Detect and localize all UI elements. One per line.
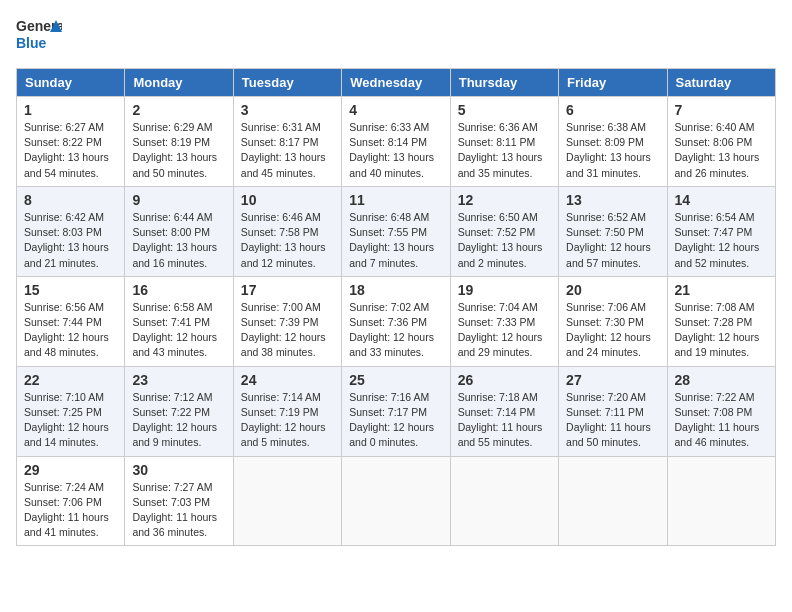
day-info: Sunrise: 7:12 AM Sunset: 7:22 PM Dayligh…	[132, 390, 225, 451]
calendar-table: SundayMondayTuesdayWednesdayThursdayFrid…	[16, 68, 776, 546]
calendar-day-cell: 24Sunrise: 7:14 AM Sunset: 7:19 PM Dayli…	[233, 366, 341, 456]
day-info: Sunrise: 6:31 AM Sunset: 8:17 PM Dayligh…	[241, 120, 334, 181]
calendar-header-row: SundayMondayTuesdayWednesdayThursdayFrid…	[17, 69, 776, 97]
day-info: Sunrise: 7:00 AM Sunset: 7:39 PM Dayligh…	[241, 300, 334, 361]
day-info: Sunrise: 7:16 AM Sunset: 7:17 PM Dayligh…	[349, 390, 442, 451]
calendar-header-saturday: Saturday	[667, 69, 775, 97]
day-info: Sunrise: 7:14 AM Sunset: 7:19 PM Dayligh…	[241, 390, 334, 451]
calendar-header-thursday: Thursday	[450, 69, 558, 97]
calendar-day-cell: 26Sunrise: 7:18 AM Sunset: 7:14 PM Dayli…	[450, 366, 558, 456]
day-info: Sunrise: 6:27 AM Sunset: 8:22 PM Dayligh…	[24, 120, 117, 181]
calendar-day-cell: 22Sunrise: 7:10 AM Sunset: 7:25 PM Dayli…	[17, 366, 125, 456]
day-number: 21	[675, 282, 768, 298]
calendar-day-cell: 28Sunrise: 7:22 AM Sunset: 7:08 PM Dayli…	[667, 366, 775, 456]
calendar-day-cell: 27Sunrise: 7:20 AM Sunset: 7:11 PM Dayli…	[559, 366, 667, 456]
day-number: 24	[241, 372, 334, 388]
day-number: 27	[566, 372, 659, 388]
calendar-week-row: 29Sunrise: 7:24 AM Sunset: 7:06 PM Dayli…	[17, 456, 776, 546]
day-info: Sunrise: 7:02 AM Sunset: 7:36 PM Dayligh…	[349, 300, 442, 361]
calendar-week-row: 1Sunrise: 6:27 AM Sunset: 8:22 PM Daylig…	[17, 97, 776, 187]
day-number: 20	[566, 282, 659, 298]
day-number: 10	[241, 192, 334, 208]
calendar-day-cell: 21Sunrise: 7:08 AM Sunset: 7:28 PM Dayli…	[667, 276, 775, 366]
calendar-day-cell: 16Sunrise: 6:58 AM Sunset: 7:41 PM Dayli…	[125, 276, 233, 366]
day-number: 2	[132, 102, 225, 118]
calendar-day-cell: 25Sunrise: 7:16 AM Sunset: 7:17 PM Dayli…	[342, 366, 450, 456]
day-number: 3	[241, 102, 334, 118]
day-info: Sunrise: 6:38 AM Sunset: 8:09 PM Dayligh…	[566, 120, 659, 181]
day-number: 26	[458, 372, 551, 388]
day-number: 16	[132, 282, 225, 298]
day-info: Sunrise: 6:42 AM Sunset: 8:03 PM Dayligh…	[24, 210, 117, 271]
calendar-header-monday: Monday	[125, 69, 233, 97]
calendar-day-cell	[450, 456, 558, 546]
calendar-header-sunday: Sunday	[17, 69, 125, 97]
calendar-week-row: 22Sunrise: 7:10 AM Sunset: 7:25 PM Dayli…	[17, 366, 776, 456]
calendar-day-cell: 19Sunrise: 7:04 AM Sunset: 7:33 PM Dayli…	[450, 276, 558, 366]
day-number: 19	[458, 282, 551, 298]
day-info: Sunrise: 7:04 AM Sunset: 7:33 PM Dayligh…	[458, 300, 551, 361]
calendar-day-cell: 10Sunrise: 6:46 AM Sunset: 7:58 PM Dayli…	[233, 186, 341, 276]
day-number: 7	[675, 102, 768, 118]
calendar-day-cell: 1Sunrise: 6:27 AM Sunset: 8:22 PM Daylig…	[17, 97, 125, 187]
day-number: 29	[24, 462, 117, 478]
calendar-day-cell: 5Sunrise: 6:36 AM Sunset: 8:11 PM Daylig…	[450, 97, 558, 187]
day-number: 25	[349, 372, 442, 388]
day-info: Sunrise: 6:48 AM Sunset: 7:55 PM Dayligh…	[349, 210, 442, 271]
calendar-day-cell	[233, 456, 341, 546]
calendar-day-cell: 11Sunrise: 6:48 AM Sunset: 7:55 PM Dayli…	[342, 186, 450, 276]
page-header: General Blue	[16, 16, 776, 56]
calendar-day-cell: 12Sunrise: 6:50 AM Sunset: 7:52 PM Dayli…	[450, 186, 558, 276]
calendar-day-cell: 3Sunrise: 6:31 AM Sunset: 8:17 PM Daylig…	[233, 97, 341, 187]
calendar-day-cell: 29Sunrise: 7:24 AM Sunset: 7:06 PM Dayli…	[17, 456, 125, 546]
day-number: 14	[675, 192, 768, 208]
day-number: 1	[24, 102, 117, 118]
calendar-day-cell: 8Sunrise: 6:42 AM Sunset: 8:03 PM Daylig…	[17, 186, 125, 276]
day-number: 8	[24, 192, 117, 208]
day-info: Sunrise: 6:50 AM Sunset: 7:52 PM Dayligh…	[458, 210, 551, 271]
day-info: Sunrise: 7:08 AM Sunset: 7:28 PM Dayligh…	[675, 300, 768, 361]
day-info: Sunrise: 6:29 AM Sunset: 8:19 PM Dayligh…	[132, 120, 225, 181]
day-info: Sunrise: 6:52 AM Sunset: 7:50 PM Dayligh…	[566, 210, 659, 271]
day-number: 5	[458, 102, 551, 118]
calendar-header-friday: Friday	[559, 69, 667, 97]
calendar-week-row: 15Sunrise: 6:56 AM Sunset: 7:44 PM Dayli…	[17, 276, 776, 366]
calendar-header-tuesday: Tuesday	[233, 69, 341, 97]
calendar-day-cell: 14Sunrise: 6:54 AM Sunset: 7:47 PM Dayli…	[667, 186, 775, 276]
day-number: 18	[349, 282, 442, 298]
day-info: Sunrise: 7:27 AM Sunset: 7:03 PM Dayligh…	[132, 480, 225, 541]
day-number: 4	[349, 102, 442, 118]
day-number: 22	[24, 372, 117, 388]
logo: General Blue	[16, 16, 62, 56]
calendar-day-cell	[559, 456, 667, 546]
calendar-day-cell: 4Sunrise: 6:33 AM Sunset: 8:14 PM Daylig…	[342, 97, 450, 187]
calendar-day-cell	[667, 456, 775, 546]
day-info: Sunrise: 6:56 AM Sunset: 7:44 PM Dayligh…	[24, 300, 117, 361]
day-info: Sunrise: 6:46 AM Sunset: 7:58 PM Dayligh…	[241, 210, 334, 271]
day-number: 11	[349, 192, 442, 208]
calendar-day-cell	[342, 456, 450, 546]
day-number: 9	[132, 192, 225, 208]
day-number: 6	[566, 102, 659, 118]
day-info: Sunrise: 7:22 AM Sunset: 7:08 PM Dayligh…	[675, 390, 768, 451]
calendar-day-cell: 6Sunrise: 6:38 AM Sunset: 8:09 PM Daylig…	[559, 97, 667, 187]
calendar-week-row: 8Sunrise: 6:42 AM Sunset: 8:03 PM Daylig…	[17, 186, 776, 276]
calendar-header-wednesday: Wednesday	[342, 69, 450, 97]
day-info: Sunrise: 7:10 AM Sunset: 7:25 PM Dayligh…	[24, 390, 117, 451]
logo-svg: General Blue	[16, 16, 62, 56]
day-number: 17	[241, 282, 334, 298]
day-info: Sunrise: 6:58 AM Sunset: 7:41 PM Dayligh…	[132, 300, 225, 361]
day-info: Sunrise: 6:40 AM Sunset: 8:06 PM Dayligh…	[675, 120, 768, 181]
calendar-day-cell: 7Sunrise: 6:40 AM Sunset: 8:06 PM Daylig…	[667, 97, 775, 187]
day-info: Sunrise: 7:20 AM Sunset: 7:11 PM Dayligh…	[566, 390, 659, 451]
calendar-day-cell: 9Sunrise: 6:44 AM Sunset: 8:00 PM Daylig…	[125, 186, 233, 276]
calendar-day-cell: 2Sunrise: 6:29 AM Sunset: 8:19 PM Daylig…	[125, 97, 233, 187]
calendar-day-cell: 23Sunrise: 7:12 AM Sunset: 7:22 PM Dayli…	[125, 366, 233, 456]
calendar-day-cell: 30Sunrise: 7:27 AM Sunset: 7:03 PM Dayli…	[125, 456, 233, 546]
day-info: Sunrise: 7:24 AM Sunset: 7:06 PM Dayligh…	[24, 480, 117, 541]
calendar-day-cell: 20Sunrise: 7:06 AM Sunset: 7:30 PM Dayli…	[559, 276, 667, 366]
calendar-day-cell: 18Sunrise: 7:02 AM Sunset: 7:36 PM Dayli…	[342, 276, 450, 366]
day-number: 28	[675, 372, 768, 388]
day-info: Sunrise: 6:54 AM Sunset: 7:47 PM Dayligh…	[675, 210, 768, 271]
calendar-day-cell: 13Sunrise: 6:52 AM Sunset: 7:50 PM Dayli…	[559, 186, 667, 276]
